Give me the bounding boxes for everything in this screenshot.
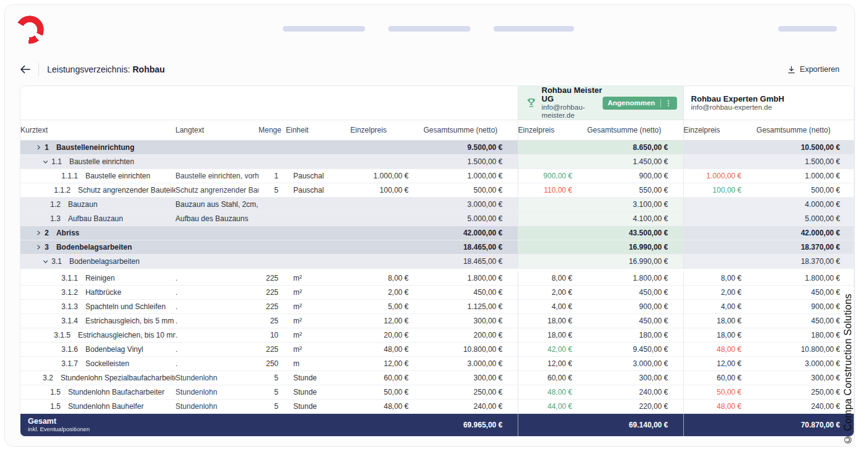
- cell-gesamtsumme: 1.000,00 €: [423, 169, 518, 183]
- cell-bidder1-gesamtsumme: 3.000,00 €: [587, 357, 683, 371]
- cell-einheit: Stunde: [286, 371, 350, 385]
- cell-einheit: [286, 198, 350, 212]
- chevron-right-icon[interactable]: [36, 144, 42, 151]
- cell-bidder1-einzelpreis: [518, 212, 587, 226]
- cell-bidder2-einzelpreis: [683, 198, 756, 212]
- cell-bidder1-einzelpreis: 18,00 €: [518, 328, 587, 343]
- bidder2-email: info@rohbau-experten.de: [691, 103, 784, 112]
- cell-bidder2-einzelpreis: 4,00 €: [683, 300, 756, 314]
- chevron-right-icon[interactable]: [36, 244, 42, 250]
- total-base-cell: Gesamt inkl. Eventualpositionen 69.965,0…: [20, 414, 518, 436]
- cell-bidder1-einzelpreis: [518, 255, 587, 269]
- trophy-icon: [526, 97, 537, 108]
- cell-einzelpreis: 12,00 €: [350, 314, 423, 328]
- cell-kurztext: 1.1.2Schutz angrenzender Bauteile: [20, 183, 175, 198]
- cell-langtext: Baustelle einrichten, vorhal: [175, 169, 259, 183]
- chevron-down-icon[interactable]: [43, 159, 48, 165]
- bidder1-name: Rohbau Meister UG: [542, 86, 603, 103]
- col-bidder2-gesamtsumme: Gesamtsumme (netto): [756, 120, 854, 141]
- cell-bidder1-einzelpreis: 48,00 €: [518, 385, 587, 400]
- table-row-3.2: 3.2Stundenlohn SpezialbaufacharbeiterStu…: [20, 371, 854, 385]
- cell-einzelpreis: [350, 212, 423, 226]
- cell-bidder1-gesamtsumme: 300,00 €: [587, 371, 683, 385]
- cell-bidder2-gesamtsumme: 18.370,00 €: [756, 240, 854, 255]
- cell-einheit: [286, 141, 350, 155]
- table-row-1.1.2: 1.1.2Schutz angrenzender BauteileSchutz …: [20, 183, 854, 198]
- cell-menge: [259, 255, 286, 269]
- cell-bidder2-gesamtsumme: 1.500,00 €: [756, 155, 854, 169]
- cell-bidder2-gesamtsumme: 1.800,00 €: [756, 271, 854, 286]
- position-number: 3.1.4: [61, 317, 78, 325]
- nav-menu-item-placeholder[interactable]: [388, 26, 471, 32]
- cell-kurztext: 3.2Stundenlohn Spezialbaufacharbeiter: [20, 371, 175, 385]
- cell-einzelpreis: 1.000,00 €: [350, 169, 423, 183]
- badge-label: Angenommen: [608, 99, 655, 107]
- cell-kurztext: 3.1.3Spachteln und Schleifen: [20, 300, 175, 314]
- cell-langtext: .: [175, 271, 259, 286]
- cell-kurztext: 3.1.7Sockelleisten: [20, 357, 175, 371]
- company-logo-icon[interactable]: [16, 15, 44, 44]
- cell-bidder2-gesamtsumme: 10.800,00 €: [756, 343, 854, 357]
- cell-kurztext: 3.1.1Reinigen: [20, 271, 175, 286]
- accepted-status-badge[interactable]: Angenommen ⋮: [603, 97, 677, 110]
- nav-menu-item-placeholder[interactable]: [494, 26, 574, 32]
- cell-bidder1-einzelpreis: 44,00 €: [518, 400, 587, 414]
- cell-bidder2-einzelpreis: 8,00 €: [683, 271, 756, 286]
- export-label: Exportieren: [800, 65, 839, 74]
- cell-bidder2-gesamtsumme: 3.000,00 €: [756, 357, 854, 371]
- table-row-3.1[interactable]: 3.1Bodenbelagsarbeiten18.465,00 €16.990,…: [20, 255, 854, 269]
- position-number: 1.2: [50, 200, 61, 209]
- kurztext-label: Reinigen: [86, 274, 115, 282]
- cell-kurztext: 1.5Stundenlohn Baufacharbeiter: [20, 385, 175, 400]
- kurztext-label: Abriss: [56, 229, 79, 237]
- cell-einzelpreis: [350, 198, 423, 212]
- cell-einzelpreis: 2,00 €: [350, 286, 423, 300]
- table-row-2[interactable]: 2Abriss42.000,00 €43.500,00 €42.000,00 €: [20, 226, 854, 240]
- cell-einheit: Pauschal: [286, 183, 350, 198]
- table-row-1.1[interactable]: 1.1Baustelle einrichten1.500,00 €1.450,0…: [20, 155, 854, 169]
- table-row-3[interactable]: 3Bodenbelagsarbeiten18.465,00 €16.990,00…: [20, 240, 854, 255]
- cell-einheit: m²: [286, 286, 350, 300]
- chevron-right-icon[interactable]: [36, 230, 42, 236]
- cell-bidder2-einzelpreis: 48,00 €: [683, 343, 756, 357]
- cell-gesamtsumme: 1.125,00 €: [423, 300, 518, 314]
- kurztext-label: Schutz angrenzender Bauteile: [78, 186, 175, 195]
- badge-menu-icon[interactable]: ⋮: [660, 99, 672, 107]
- cell-gesamtsumme: 200,00 €: [423, 328, 518, 343]
- cell-menge: 10: [259, 328, 286, 343]
- cell-bidder2-gesamtsumme: 500,00 €: [756, 183, 854, 198]
- cell-langtext: Stundenlohn: [175, 385, 259, 400]
- cell-bidder1-gesamtsumme: 3.100,00 €: [587, 198, 683, 212]
- cell-einzelpreis: [350, 240, 423, 255]
- copyright-watermark: © Compa Construction Solutions: [843, 294, 854, 445]
- table-row-1[interactable]: 1Baustelleneinrichtung9.500,00 €8.650,00…: [20, 141, 854, 155]
- back-arrow-icon[interactable]: [20, 64, 32, 74]
- cell-bidder1-gesamtsumme: 1.800,00 €: [587, 271, 683, 286]
- cell-bidder1-einzelpreis: [518, 198, 587, 212]
- page-title: Leistungsverzeichnis: Rohbau: [47, 64, 165, 74]
- cell-menge: 1: [259, 169, 286, 183]
- cell-bidder1-gesamtsumme: 900,00 €: [587, 169, 683, 183]
- kurztext-label: Bodenbelagsarbeiten: [69, 257, 140, 266]
- nav-menu-item-placeholder[interactable]: [778, 26, 837, 32]
- cell-bidder2-einzelpreis: 18,00 €: [683, 328, 756, 343]
- nav-menu-item-placeholder[interactable]: [283, 26, 365, 32]
- table-row-1.3: 1.3Aufbau BauzaunAufbau des Bauzauns5.00…: [20, 212, 854, 226]
- cell-bidder1-gesamtsumme: 1.450,00 €: [587, 155, 683, 169]
- position-number: 3.1.6: [61, 345, 78, 354]
- chevron-down-icon[interactable]: [43, 259, 48, 265]
- total-bidder1-value: 69.140,00 €: [518, 414, 683, 436]
- cell-gesamtsumme: 10.800,00 €: [423, 343, 518, 357]
- cell-bidder2-einzelpreis: [683, 155, 756, 169]
- position-number: 1.3: [50, 214, 61, 223]
- cell-menge: 250: [259, 357, 286, 371]
- table-row-3.1.3: 3.1.3Spachteln und Schleifen.225m²5,00 €…: [20, 300, 854, 314]
- cell-kurztext: 3Bodenbelagsarbeiten: [20, 240, 175, 255]
- export-button[interactable]: Exportieren: [787, 65, 839, 74]
- cell-menge: [259, 198, 286, 212]
- position-number: 2: [45, 229, 49, 237]
- kurztext-label: Spachteln und Schleifen: [86, 302, 166, 311]
- col-bidder1-einzelpreis: Einzelpreis: [518, 120, 587, 141]
- col-einheit: Einheit: [286, 120, 350, 141]
- cell-bidder2-gesamtsumme: 450,00 €: [756, 314, 854, 328]
